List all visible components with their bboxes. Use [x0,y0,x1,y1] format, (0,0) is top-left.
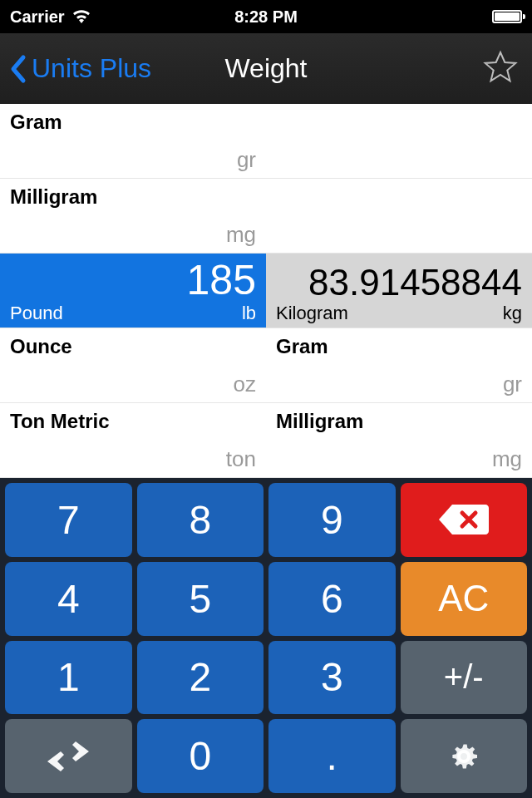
unit-cell-empty-0[interactable] [266,104,532,179]
conversion-list: Gram gr Milligram mg 185 Pound lb 83.914… [0,104,532,478]
key-9[interactable]: 9 [268,483,396,557]
unit-abbr: mg [226,222,256,248]
unit-abbr: lb [242,303,256,324]
key-2[interactable]: 2 [137,641,264,715]
unit-name: Ton Metric [10,410,256,433]
back-button[interactable]: Units Plus [0,51,151,87]
swap-icon [46,741,91,771]
key-5[interactable]: 5 [137,562,264,636]
unit-cell-gram-left[interactable]: Gram gr [0,104,266,179]
input-value: 185 [10,259,256,301]
back-label: Units Plus [32,53,151,84]
keypad: 7 8 9 4 5 6 AC 1 2 3 +/- 0 . [0,478,532,798]
star-icon [482,49,519,86]
nav-bar: Units Plus Weight [0,33,532,104]
unit-name: Milligram [10,185,256,209]
unit-name: Milligram [276,410,522,433]
key-6[interactable]: 6 [268,562,396,636]
key-7[interactable]: 7 [5,483,132,557]
unit-cell-gram-right[interactable]: Gram gr [266,328,532,403]
key-backspace[interactable] [401,483,528,557]
wifi-icon [71,9,91,24]
key-3[interactable]: 3 [268,641,396,715]
carrier-label: Carrier [10,7,65,27]
key-0[interactable]: 0 [137,719,264,793]
unit-abbr: ton [226,446,256,472]
unit-cell-milligram-left[interactable]: Milligram mg [0,179,266,254]
unit-abbr: kg [503,303,522,324]
key-ac[interactable]: AC [401,562,528,636]
gear-icon [446,738,482,775]
unit-abbr: oz [234,372,256,397]
key-4[interactable]: 4 [5,562,132,636]
backspace-icon [437,503,490,536]
unit-abbr: gr [237,147,256,173]
unit-name: Gram [10,111,256,134]
key-settings[interactable] [401,719,528,793]
key-1[interactable]: 1 [5,641,132,715]
output-value: 83.91458844 [276,264,522,301]
unit-name: Kilogram [276,303,348,324]
key-decimal[interactable]: . [268,719,396,793]
unit-abbr: mg [492,446,522,472]
unit-cell-kilogram-selected[interactable]: 83.91458844 Kilogram kg [266,254,532,328]
chevron-left-icon [7,51,32,87]
status-bar: Carrier 8:28 PM [0,0,532,33]
key-plus-minus[interactable]: +/- [401,641,528,715]
unit-cell-empty-1[interactable] [266,179,532,254]
unit-name: Ounce [10,335,256,358]
key-swap[interactable] [5,719,132,793]
key-8[interactable]: 8 [137,483,264,557]
unit-cell-ounce[interactable]: Ounce oz [0,328,266,403]
unit-name: Gram [276,335,522,358]
unit-name: Pound [10,303,63,324]
battery-icon [492,10,522,23]
unit-cell-pound-selected[interactable]: 185 Pound lb [0,254,266,328]
favorite-button[interactable] [482,49,519,89]
unit-cell-milligram-right[interactable]: Milligram mg [266,403,532,478]
unit-cell-ton[interactable]: Ton Metric ton [0,403,266,478]
unit-abbr: gr [503,372,522,397]
